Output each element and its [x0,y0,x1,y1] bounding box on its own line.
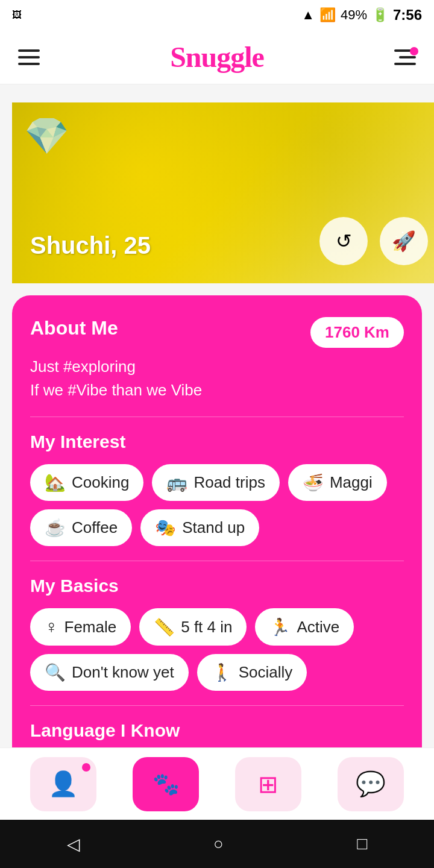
nav-item-chat[interactable]: 💬 [338,757,404,811]
basics-chips: ♀ Female 📏 5 ft 4 in 🏃 Active 🔍 Don't kn… [30,608,404,691]
height-icon: 📏 [154,617,175,637]
maggi-icon: 🍜 [303,473,324,492]
active-icon: 🏃 [269,617,291,637]
wifi-icon: ▲ [301,7,315,23]
about-me-title: About Me [30,317,118,339]
hamburger-button[interactable] [18,49,40,65]
about-me-card: About Me 1760 Km Just #exploring If we #… [12,295,422,787]
standup-icon: 🎭 [155,518,176,538]
interest-chip-standup: 🎭 Stand up [140,509,259,546]
grid-nav-icon: ⊞ [258,770,278,798]
profile-action-buttons: ↺ 🚀 [319,217,428,265]
chat-nav-icon: 💬 [356,770,386,798]
basics-chip-female: ♀ Female [30,608,131,646]
interest-chips: 🏡 Cooking 🚌 Road trips 🍜 Maggi ☕ Coffee … [30,464,404,546]
chip-label-standup: Stand up [182,518,245,537]
battery-icon: 🔋 [372,7,388,23]
basics-section-title: My Basics [30,576,404,596]
nav-item-snuggle[interactable]: 🐾 [133,757,199,811]
interest-section-title: My Interest [30,432,404,452]
status-time: 7:56 [393,7,422,24]
cooking-icon: 🏡 [45,473,66,492]
basics-chip-active: 🏃 Active [255,608,354,646]
interest-chip-maggi: 🍜 Maggi [288,464,387,501]
bio-text: Just #exploring If we #Vibe than we Vibe [30,355,404,402]
basics-chip-height: 📏 5 ft 4 in [139,608,247,646]
top-nav: Snuggle [0,30,434,84]
divider-3 [30,705,404,706]
filter-notification-dot [410,47,418,55]
basics-chip-socially: 🚶 Socially [197,654,307,691]
interest-chip-cooking: 🏡 Cooking [30,464,143,501]
chip-label-roadtrips: Road trips [193,473,265,492]
status-bar: 🖼 ▲ 📶 49% 🔋 7:56 [0,0,434,30]
chip-label-dontknow: Don't know yet [72,663,174,682]
back-button[interactable]: ◁ [67,834,80,854]
chip-label-cooking: Cooking [72,473,129,492]
profile-image-card: 💎 Shuchi, 25 ↺ 🚀 [12,102,434,283]
interest-chip-roadtrips: 🚌 Road trips [152,464,280,501]
divider-2 [30,561,404,561]
roadtrips-icon: 🚌 [166,473,187,492]
social-icon: 🚶 [212,662,233,682]
android-nav-bar: ◁ ○ □ [0,820,434,868]
snuggle-nav-icon: 🐾 [153,772,180,797]
sparkle-decoration: 💎 [24,115,69,157]
status-bar-left: 🖼 [12,10,22,20]
search-icon: 🔍 [45,662,66,682]
chip-label-active: Active [297,618,339,637]
status-bar-right: ▲ 📶 49% 🔋 7:56 [301,7,422,24]
battery-percent: 49% [341,7,367,23]
coffee-icon: ☕ [45,518,66,538]
boost-button[interactable]: 🚀 [380,217,428,265]
signal-icon: 📶 [319,7,336,23]
recent-button[interactable]: □ [357,834,367,854]
about-header: About Me 1760 Km [30,317,404,348]
refresh-icon: ↺ [336,230,352,253]
profile-nav-icon: 👤 [48,770,78,798]
interest-chip-coffee: ☕ Coffee [30,509,132,546]
profile-notification-dot [82,763,90,772]
chip-label-maggi: Maggi [330,473,373,492]
photo-icon: 🖼 [12,10,22,20]
rocket-icon: 🚀 [392,230,416,253]
app-title: Snuggle [170,40,264,74]
language-section-title: Language I Know [30,720,404,741]
nav-item-grid[interactable]: ⊞ [235,757,301,811]
divider-1 [30,417,404,417]
refresh-button[interactable]: ↺ [319,217,368,265]
profile-name-age: Shuchi, 25 [30,232,151,259]
filter-button[interactable] [394,49,416,65]
bio-line-1: Just #exploring [30,355,404,379]
female-icon: ♀ [45,617,58,637]
bottom-nav: 👤 🐾 ⊞ 💬 [0,747,434,820]
chip-label-height: 5 ft 4 in [181,618,232,637]
home-button[interactable]: ○ [213,834,224,854]
distance-badge: 1760 Km [310,317,404,348]
chip-label-coffee: Coffee [72,518,118,537]
basics-chip-dontknow: 🔍 Don't know yet [30,654,189,691]
nav-item-profile[interactable]: 👤 [30,757,96,811]
chip-label-socially: Socially [239,663,293,682]
chip-label-female: Female [64,618,117,637]
bio-line-2: If we #Vibe than we Vibe [30,379,404,402]
